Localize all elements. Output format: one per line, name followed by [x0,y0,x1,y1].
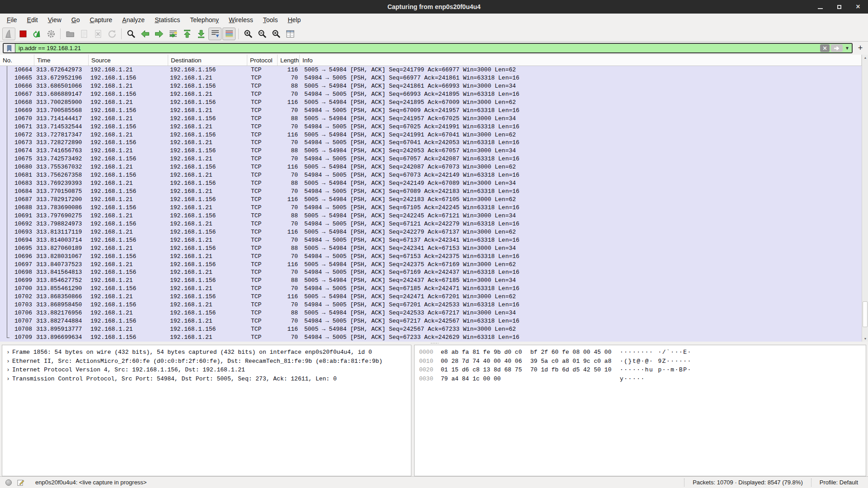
menu-help[interactable]: Help [283,14,306,25]
filter-add-button[interactable]: + [855,43,865,53]
packet-row[interactable]: 10670313.714144417192.168.1.21192.168.1.… [0,115,862,123]
filter-bookmark-button[interactable] [4,44,15,52]
packet-row[interactable]: 10675313.742573492192.168.1.156192.168.1… [0,155,862,163]
expert-info-icon[interactable] [5,479,12,486]
menu-analyze[interactable]: Analyze [117,14,150,25]
packet-row[interactable]: 10673313.728272890192.168.1.156192.168.1… [0,139,862,147]
scrollbar-thumb[interactable] [863,301,868,327]
menu-statistics[interactable]: Statistics [150,14,185,25]
capture-comment-icon[interactable] [17,479,24,486]
go-forward-button[interactable] [152,28,165,40]
packet-row[interactable]: 10698313.841564813192.168.1.156192.168.1… [0,268,862,277]
menu-file[interactable]: File [2,14,22,25]
expand-arrow-icon[interactable]: › [4,357,12,366]
column-header-source[interactable]: Source [89,55,168,66]
packet-row[interactable]: 10671313.714532544192.168.1.156192.168.1… [0,123,862,131]
packet-row[interactable]: 10692313.798824973192.168.1.156192.168.1… [0,220,862,228]
hex-row[interactable]: 001000 28 7d 74 40 00 40 0639 5a c0 a8 0… [419,357,866,366]
open-file-button[interactable] [63,28,76,40]
packet-row[interactable]: 10706313.882176956192.168.1.21192.168.1.… [0,309,862,317]
packet-row[interactable]: 10667313.686889147192.168.1.156192.168.1… [0,90,862,99]
display-filter-input[interactable]: ip.addr == 192.168.1.21 [15,44,820,52]
packet-row[interactable]: 10695313.827060189192.168.1.21192.168.1.… [0,244,862,253]
stop-capture-button[interactable] [16,28,29,40]
packet-row[interactable]: 10700313.855461290192.168.1.156192.168.1… [0,285,862,293]
packet-row[interactable]: 10691313.797690275192.168.1.21192.168.1.… [0,212,862,220]
packet-row[interactable]: 10703313.868958450192.168.1.156192.168.1… [0,301,862,309]
packet-row[interactable]: 10687313.782917200192.168.1.21192.168.1.… [0,196,862,204]
go-to-packet-button[interactable] [166,28,179,40]
reload-file-button[interactable] [105,28,118,40]
profile-selector[interactable]: Profile: Default [811,479,866,487]
packet-row[interactable]: 10668313.700285900192.168.1.21192.168.1.… [0,99,862,107]
scroll-down-icon[interactable]: ▼ [862,336,868,342]
packet-row[interactable]: 10674313.741656763192.168.1.21192.168.1.… [0,147,862,155]
column-header-protocol[interactable]: Protocol [247,55,278,66]
column-header-info[interactable]: Info [300,55,862,66]
column-header-destination[interactable]: Destination [168,55,247,66]
close-file-button[interactable] [91,28,104,40]
packet-row[interactable]: 10708313.895913777192.168.1.21192.168.1.… [0,325,862,333]
column-header-time[interactable]: Time [34,55,89,66]
filter-dropdown-button[interactable]: ▼ [844,46,850,51]
menu-edit[interactable]: Edit [22,14,43,25]
packet-row[interactable]: 10669313.700585568192.168.1.156192.168.1… [0,107,862,115]
hex-row[interactable]: 002001 15 d6 c8 13 8d 68 7570 1d fb 6d d… [419,366,866,375]
packet-row[interactable]: 10666313.686501066192.168.1.21192.168.1.… [0,82,862,90]
menu-view[interactable]: View [43,14,66,25]
filter-clear-button[interactable]: ✕ [820,44,830,52]
pane-splitter[interactable] [0,342,868,345]
menu-telephony[interactable]: Telephony [185,14,224,25]
detail-line[interactable]: ›Transmission Control Protocol, Src Port… [4,375,409,384]
expand-arrow-icon[interactable]: › [4,348,12,357]
go-last-packet-button[interactable] [194,28,208,40]
scroll-up-icon[interactable]: ▲ [862,55,868,61]
restart-capture-button[interactable] [30,28,43,40]
packet-row[interactable]: 10707313.882744884192.168.1.156192.168.1… [0,317,862,325]
start-capture-button[interactable] [2,28,15,40]
find-packet-button[interactable] [124,28,137,40]
column-header-no[interactable]: No. [0,55,34,66]
menu-tools[interactable]: Tools [258,14,283,25]
expand-arrow-icon[interactable]: › [4,366,12,375]
packet-row[interactable]: 10693313.813117119192.168.1.21192.168.1.… [0,228,862,236]
save-file-button[interactable] [77,28,90,40]
packet-row[interactable]: 10699313.854627752192.168.1.21192.168.1.… [0,277,862,285]
minimize-button[interactable] [816,3,824,10]
menu-wireless[interactable]: Wireless [224,14,258,25]
go-back-button[interactable] [138,28,151,40]
packet-row[interactable]: 10702313.868350866192.168.1.21192.168.1.… [0,293,862,301]
expand-arrow-icon[interactable]: › [4,375,12,384]
detail-line[interactable]: ›Frame 1856: 54 bytes on wire (432 bits)… [4,348,409,357]
zoom-original-button[interactable] [269,28,283,40]
packet-row[interactable]: 10694313.814003714192.168.1.156192.168.1… [0,236,862,244]
hex-row[interactable]: 003079 a4 84 1c 00 00y····· [419,375,866,384]
resize-columns-button[interactable] [283,28,297,40]
close-button[interactable]: × [854,3,862,10]
capture-options-button[interactable] [44,28,57,40]
zoom-out-button[interactable] [255,28,269,40]
maximize-button[interactable] [835,3,843,10]
detail-line[interactable]: ›Internet Protocol Version 4, Src: 192.1… [4,366,409,375]
packet-row[interactable]: 10684313.770150875192.168.1.156192.168.1… [0,188,862,196]
hex-row[interactable]: 0000e8 ab fa 81 fe 9b d0 c0bf 2f 60 fe 0… [419,348,866,357]
filter-apply-button[interactable] [831,44,843,52]
packet-row[interactable]: 10688313.783690086192.168.1.156192.168.1… [0,204,862,212]
packet-row[interactable]: 10683313.769239393192.168.1.21192.168.1.… [0,179,862,188]
packet-row[interactable]: 10697313.840737523192.168.1.21192.168.1.… [0,261,862,269]
packet-row[interactable]: 10680313.755367032192.168.1.21192.168.1.… [0,163,862,171]
packet-row[interactable]: 10681313.756267358192.168.1.156192.168.1… [0,171,862,179]
go-first-packet-button[interactable] [180,28,193,40]
packet-row[interactable]: 10665313.672952196192.168.1.156192.168.1… [0,74,862,82]
detail-line[interactable]: ›Ethernet II, Src: ActionsMicro_2f:60:fe… [4,357,409,366]
packet-row[interactable]: 10709313.896699634192.168.1.156192.168.1… [0,333,862,342]
packet-row[interactable]: 10672313.727817347192.168.1.21192.168.1.… [0,131,862,139]
packet-row[interactable]: 10664313.672642973192.168.1.21192.168.1.… [0,66,862,74]
packet-row[interactable]: 10696313.828031067192.168.1.156192.168.1… [0,253,862,261]
auto-scroll-button[interactable] [208,28,222,40]
menu-go[interactable]: Go [66,14,85,25]
column-header-length[interactable]: Length [278,55,300,66]
colorize-packets-button[interactable] [222,28,236,40]
zoom-in-button[interactable] [241,28,255,40]
menu-capture[interactable]: Capture [85,14,118,25]
